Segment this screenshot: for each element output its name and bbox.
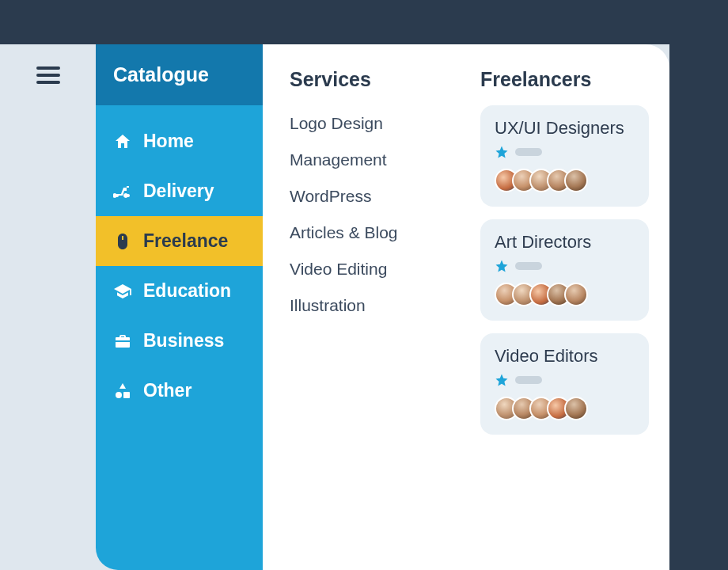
sidebar-item-label: Delivery — [143, 180, 214, 202]
services-column: Services Logo Design Management WordPres… — [290, 68, 458, 570]
rating-bar — [515, 262, 542, 270]
service-item[interactable]: Logo Design — [290, 105, 458, 142]
app-panel: Catalogue Home Delivery Freelance — [0, 44, 669, 570]
rating-row — [495, 259, 635, 273]
menu-column — [0, 44, 96, 570]
avatar-group — [495, 169, 635, 192]
avatar — [564, 397, 588, 420]
sidebar-item-label: Home — [143, 131, 194, 152]
svg-point-0 — [116, 194, 119, 197]
shapes-icon — [113, 382, 132, 401]
svg-point-1 — [127, 194, 130, 197]
sidebar-item-freelance[interactable]: Freelance — [96, 216, 263, 266]
rating-row — [495, 373, 635, 387]
sidebar-item-home[interactable]: Home — [96, 116, 263, 166]
briefcase-icon — [113, 332, 132, 351]
services-heading: Services — [290, 68, 458, 91]
service-item[interactable]: Management — [290, 142, 458, 178]
service-item[interactable]: Video Editing — [290, 251, 458, 287]
rating-row — [495, 145, 635, 159]
top-banner — [0, 0, 728, 44]
svg-rect-3 — [123, 392, 130, 398]
avatar — [564, 283, 588, 306]
card-title: UX/UI Designers — [495, 118, 635, 139]
sidebar-item-other[interactable]: Other — [96, 366, 263, 416]
sidebar-item-education[interactable]: Education — [96, 266, 263, 316]
star-icon — [495, 145, 509, 159]
freelancers-column: Freelancers UX/UI Designers Art Director… — [480, 68, 649, 570]
card-title: Art Directors — [495, 232, 635, 253]
freelancers-heading: Freelancers — [480, 68, 649, 91]
star-icon — [495, 259, 509, 273]
star-icon — [495, 373, 509, 387]
sidebar-item-business[interactable]: Business — [96, 316, 263, 366]
svg-point-2 — [116, 392, 122, 398]
sidebar-title: Catalogue — [96, 44, 263, 105]
sidebar-item-label: Freelance — [143, 230, 228, 252]
avatar — [564, 169, 588, 192]
hamburger-menu-button[interactable] — [36, 66, 60, 84]
sidebar: Catalogue Home Delivery Freelance — [96, 44, 263, 570]
mouse-icon — [113, 232, 132, 251]
freelancer-card[interactable]: Art Directors — [480, 219, 649, 321]
services-list: Logo Design Management WordPress Article… — [290, 105, 458, 324]
graduation-icon — [113, 282, 132, 301]
freelancer-card[interactable]: UX/UI Designers — [480, 105, 649, 207]
service-item[interactable]: Articles & Blog — [290, 215, 458, 251]
avatar-group — [495, 283, 635, 306]
sidebar-item-delivery[interactable]: Delivery — [96, 166, 263, 216]
home-icon — [113, 132, 132, 151]
service-item[interactable]: WordPress — [290, 178, 458, 215]
service-item[interactable]: Illustration — [290, 287, 458, 324]
sidebar-item-label: Education — [143, 280, 231, 302]
card-title: Video Editors — [495, 346, 635, 367]
sidebar-item-label: Business — [143, 330, 224, 352]
rating-bar — [515, 376, 542, 384]
avatar-group — [495, 397, 635, 420]
sidebar-items: Home Delivery Freelance Education — [96, 105, 263, 416]
scooter-icon — [113, 182, 132, 201]
content-area: Services Logo Design Management WordPres… — [263, 44, 669, 570]
sidebar-item-label: Other — [143, 380, 191, 401]
freelancer-card[interactable]: Video Editors — [480, 333, 649, 435]
rating-bar — [515, 148, 542, 156]
right-banner — [669, 0, 728, 570]
